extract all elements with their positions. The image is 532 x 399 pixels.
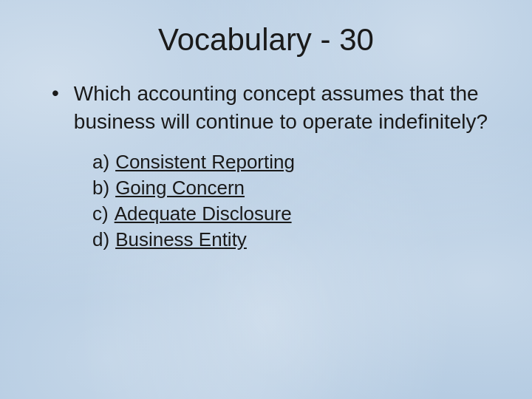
answer-text-b: Going Concern <box>115 177 245 200</box>
answers-list: a) Consistent Reporting b) Going Concern… <box>52 151 495 251</box>
answer-item-a: a) Consistent Reporting <box>92 151 495 174</box>
slide-title: Vocabulary - 30 <box>37 22 495 58</box>
answer-item-d: d) Business Entity <box>92 228 495 251</box>
question-bullet: • <box>52 81 59 105</box>
answer-text-c: Adequate Disclosure <box>115 202 292 225</box>
slide-container: Vocabulary - 30 • Which accounting conce… <box>0 0 532 399</box>
answer-item-b: b) Going Concern <box>92 177 495 200</box>
question-block: • Which accounting concept assumes that … <box>52 80 495 136</box>
answer-text-d: Business Entity <box>115 228 247 251</box>
content-area: • Which accounting concept assumes that … <box>37 80 495 251</box>
answer-label-b: b) <box>92 177 109 200</box>
answer-label-a: a) <box>92 151 109 174</box>
answer-label-d: d) <box>92 228 109 251</box>
answer-item-c: c) Adequate Disclosure <box>92 202 495 225</box>
question-text: Which accounting concept assumes that th… <box>74 80 495 136</box>
answer-text-a: Consistent Reporting <box>115 151 295 174</box>
answer-label-c: c) <box>92 202 109 225</box>
